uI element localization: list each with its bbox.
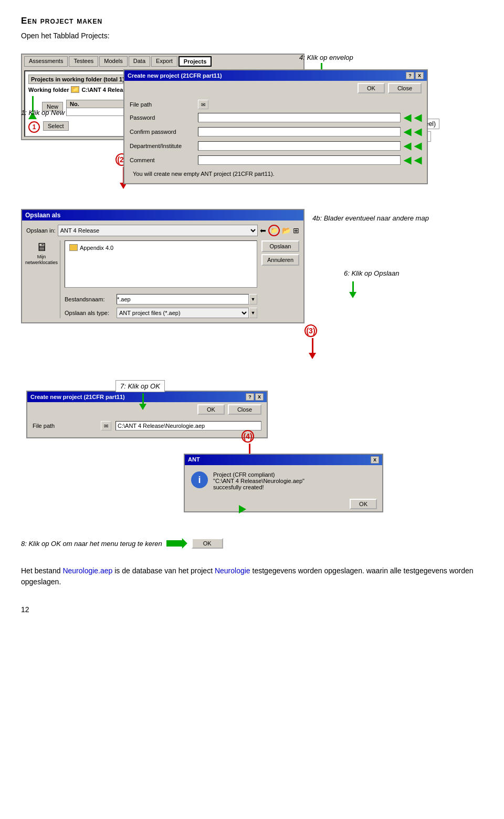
step8-section: 8: Klik op OK om naar het menu terug te … (21, 538, 483, 549)
filetype-row: Opslaan als type: ANT project files (*.a… (65, 308, 257, 318)
ok-button[interactable]: OK (358, 83, 385, 93)
filename-row: Bestandsnaam: ▼ (65, 294, 257, 304)
password-label: Password (130, 114, 198, 121)
dialog2-filepath-label: File path (33, 423, 101, 429)
dialog2-ok-button[interactable]: OK (197, 404, 225, 415)
save-file-area-container: Appendix 4.0 Bestandsnaam: ▼ (65, 240, 257, 318)
page-title: Een project maken (21, 16, 483, 26)
filetype-dropdown-arrow[interactable]: ▼ (249, 308, 257, 318)
step8-annotation: 8: Klik op OK om naar het menu terug te … (21, 540, 162, 548)
neurologie-aep-link[interactable]: Neurologie.aep (62, 566, 112, 575)
step8-row: 8: Klik op OK om naar het menu terug te … (21, 538, 483, 549)
dialog2-close-btn[interactable]: Close (228, 404, 261, 415)
step6-arrow (349, 281, 356, 298)
views-icon[interactable]: ⊞ (293, 226, 299, 235)
menu-models[interactable]: Models (99, 56, 127, 67)
bottom-text-suffix: testgegevens worden opgeslagen. (253, 566, 364, 575)
filename-input-wrapper: ▼ (117, 294, 257, 304)
ant-success-dialog: ANT X i Project (CFR compliant) "C:\ANT … (184, 454, 383, 512)
save-button[interactable]: Opslaan (261, 240, 299, 252)
menu-assessments[interactable]: Assessments (24, 56, 68, 67)
ant-dialog-close-button[interactable]: X (371, 456, 379, 464)
step1-annotation: 1: Klik op New (21, 109, 65, 117)
save-dialog-body: Opslaan in: ANT 4 Release ⬅ 📁 📂 ⊞ (22, 220, 303, 322)
folder-icon: 📁 (71, 86, 79, 93)
filetype-input-wrapper: ANT project files (*.aep) ▼ (117, 308, 257, 318)
select-badge: 1 (28, 121, 40, 133)
menu-data[interactable]: Data (129, 56, 150, 67)
menu-testees[interactable]: Testees (69, 56, 98, 67)
ant-dialog-chrome: ANT X i Project (CFR compliant) "C:\ANT … (184, 454, 383, 512)
create-project-dialog-2: Create new project (21CFR part11) ? X OK… (26, 391, 268, 438)
step8-ok-button[interactable]: OK (192, 538, 223, 549)
select-button[interactable]: Select (43, 121, 69, 131)
comment-label: Comment (130, 157, 198, 163)
dialog2-titlebar-buttons: ? X (246, 393, 264, 401)
menu-export[interactable]: Export (151, 56, 177, 67)
bottom-text-section: Het bestand Neurologie.aep is de databas… (21, 565, 483, 587)
filename-label: Bestandsnaam: (65, 296, 114, 302)
confirm-input[interactable] (198, 127, 401, 136)
page-container: Een project maken Open het Tabblad Proje… (21, 16, 483, 614)
save-dialog-title: Opslaan als (25, 212, 60, 219)
nav-back-icon[interactable]: ⬅ (260, 226, 266, 235)
menu-projects[interactable]: Projects (178, 56, 212, 67)
step6-annotation: 6: Klik op Opslaan (344, 269, 400, 277)
folder-item[interactable]: Appendix 4.0 (67, 243, 255, 252)
ant-msg-line3: succesfully created! (213, 484, 304, 490)
save-in-dropdown[interactable]: ANT 4 Release (58, 225, 258, 236)
dialog-top-buttons: OK Close (124, 81, 427, 96)
folder-item-label: Appendix 4.0 (80, 245, 113, 251)
filetype-dropdown[interactable]: ANT project files (*.aep) (117, 308, 249, 318)
info-icon: i (191, 471, 208, 488)
confirm-password-row: Confirm password ◀ ◀ (130, 126, 422, 138)
dialog2-top-buttons: OK Close (27, 402, 267, 417)
confirm-arrow: ◀ (404, 126, 411, 138)
working-folder-label: Working folder (28, 87, 69, 93)
ant-dialog-body: i Project (CFR compliant) "C:\ANT 4 Rele… (185, 465, 382, 497)
close-titlebar-button[interactable]: X (415, 72, 424, 79)
dialog-title: Create new project (21CFR part11) (128, 72, 222, 79)
close-button[interactable]: Close (388, 83, 422, 93)
browse-up-icon[interactable]: 📁 (268, 225, 280, 236)
filetype-label: Opslaan als type: (65, 310, 114, 316)
dialog2-close-button[interactable]: X (255, 393, 264, 401)
ant-dialog-title: ANT (188, 456, 200, 464)
filename-input[interactable] (117, 294, 249, 304)
network-locations-icon[interactable]: 🖥 Mijn netwerklocaties (25, 240, 58, 266)
department-arrow: ◀ (404, 140, 411, 152)
confirm-arrow2: ◀ (414, 126, 422, 138)
department-label: Department/Institute (130, 143, 198, 149)
ant-ok-button[interactable]: OK (350, 499, 377, 509)
ant-msg-line1: Project (CFR compliant) (213, 471, 304, 478)
password-input[interactable] (198, 113, 401, 122)
department-row: Department/Institute ◀ ◀ (130, 140, 422, 152)
comment-row: Comment ◀ ◀ (130, 154, 422, 166)
save-main-area: 🖥 Mijn netwerklocaties Appendix 4.0 (26, 240, 299, 318)
save-sidebar: 🖥 Mijn netwerklocaties (26, 240, 60, 318)
dialog-chrome: Create new project (21CFR part11) ? X OK… (123, 69, 428, 184)
save-dialog: Opslaan als Opslaan in: ANT 4 Release ⬅ … (21, 209, 304, 323)
save-in-label: Opslaan in: (26, 227, 56, 234)
save-file-list: Appendix 4.0 (65, 240, 257, 288)
help-button[interactable]: ? (406, 72, 414, 79)
cancel-button[interactable]: Annuleren (261, 254, 299, 266)
dialog2-help-button[interactable]: ? (246, 393, 254, 401)
dialog2-title: Create new project (21CFR part11) (30, 394, 125, 400)
titlebar-buttons: ? X (406, 72, 424, 79)
password-arrow2: ◀ (414, 112, 422, 123)
neurologie-link[interactable]: Neurologie (215, 566, 250, 575)
ant-msg-line2: "C:\ANT 4 Release\Neurologie.aep" (213, 478, 304, 484)
confirm-label: Confirm password (130, 129, 198, 135)
page-number-section: 12 (21, 605, 483, 614)
comment-input[interactable] (198, 155, 401, 165)
save-action-buttons: Opslaan Annuleren (261, 240, 299, 318)
department-input[interactable] (198, 141, 401, 151)
ant-dialog-titlebar: ANT X (185, 455, 382, 465)
filename-dropdown-arrow[interactable]: ▼ (249, 294, 257, 304)
new-folder-icon[interactable]: 📂 (282, 226, 291, 235)
dialog2-envelope-icon: ✉ (101, 421, 111, 430)
step3-red-arrow (309, 338, 316, 359)
envelope-icon[interactable]: ✉ (198, 100, 208, 109)
folder-small-icon (69, 244, 78, 251)
